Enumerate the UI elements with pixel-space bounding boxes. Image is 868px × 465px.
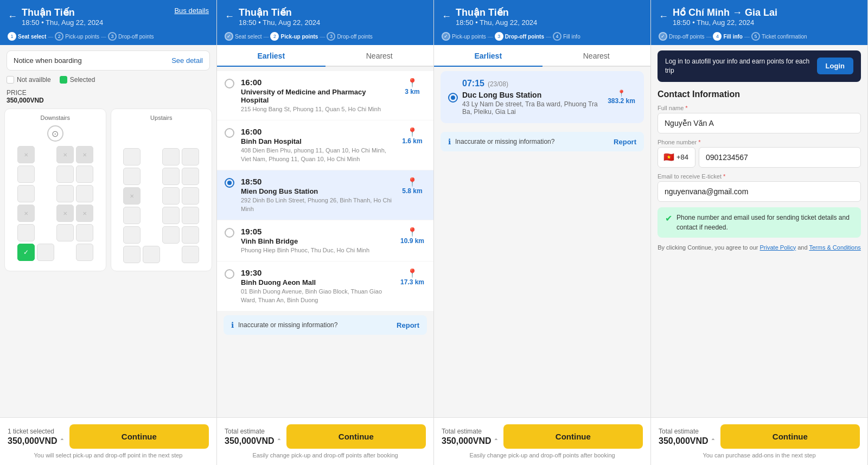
seat-d5[interactable] <box>56 165 74 183</box>
seat-u12[interactable] <box>182 207 199 224</box>
bus-details-link[interactable]: Bus details <box>174 7 209 15</box>
seat-u15[interactable] <box>182 226 199 244</box>
seat-d10[interactable] <box>17 205 35 222</box>
pickup-tabs: Earliest Nearest <box>217 45 433 67</box>
seat-u11[interactable] <box>162 207 180 224</box>
info-icon-3: ℹ <box>448 137 451 146</box>
panel3-hint: Easily change pick-up and drop-off point… <box>442 452 643 458</box>
tab-nearest-3[interactable]: Nearest <box>542 45 651 67</box>
seat-u8[interactable] <box>162 187 180 205</box>
info-icon-2: ℹ <box>231 321 234 329</box>
pickup-item-1[interactable]: 16:00 Binh Dan Hospital 408 Dien Bien Ph… <box>217 120 433 170</box>
panel1-title: Thuận Tiến <box>22 7 103 18</box>
seat-u14[interactable] <box>162 226 180 244</box>
pickup-name-2: Mien Dong Bus Station <box>241 187 392 195</box>
login-button[interactable]: Login <box>817 58 853 74</box>
steps-2: ✓Seat select — 2Pick-up points — 3Drop-o… <box>225 29 426 45</box>
seat-u1[interactable] <box>123 148 141 165</box>
panel2-hint: Easily change pick-up and drop-off point… <box>225 452 426 458</box>
dropoff-radio[interactable] <box>448 93 458 103</box>
seat-row-2 <box>9 165 101 183</box>
seat-d16-selected[interactable] <box>17 244 35 261</box>
seat-d18[interactable] <box>76 244 93 261</box>
back-button-3[interactable]: ← <box>442 11 451 22</box>
pickup-item-3[interactable]: 19:05 Vinh Binh Bridge Phuong Hiep Binh … <box>217 220 433 261</box>
report-link-2[interactable]: Report <box>397 321 419 329</box>
seat-d17[interactable] <box>37 244 54 261</box>
seat-u9[interactable] <box>182 187 199 205</box>
seat-d9[interactable] <box>76 185 93 202</box>
step2-2-label: Pick-up points <box>280 34 318 40</box>
tab-nearest-2[interactable]: Nearest <box>326 45 434 67</box>
seat-u6[interactable] <box>182 168 199 185</box>
email-label: Email to receive E-ticket * <box>658 173 861 180</box>
radio-3[interactable] <box>225 228 234 238</box>
panel2-total-label: Total estimate <box>225 428 281 435</box>
panel1-price: 350,000VND ⌃ <box>8 436 64 446</box>
price-section: PRICE 350,000VND <box>7 89 210 104</box>
step2-1-label: Seat select <box>235 34 261 40</box>
panel3-continue-button[interactable]: Continue <box>503 424 643 449</box>
seat-d13[interactable] <box>17 224 35 241</box>
steps-3: ✓Pick-up points — 3Drop-off points — 4Fi… <box>442 29 643 45</box>
radio-4[interactable] <box>225 269 234 279</box>
pickup-info-0: 16:00 University of Medicine and Pharmac… <box>241 78 392 113</box>
see-detail-link[interactable]: See detail <box>171 56 203 65</box>
fullname-input[interactable] <box>658 113 861 133</box>
tab-earliest-2[interactable]: Earliest <box>217 45 326 67</box>
back-button-4[interactable]: ← <box>659 11 668 22</box>
step1-label: Seat select <box>18 34 46 40</box>
report-link-3[interactable]: Report <box>614 138 636 146</box>
seat-d8[interactable] <box>56 185 74 202</box>
pickup-item-0[interactable]: 16:00 University of Medicine and Pharmac… <box>217 71 433 120</box>
terms-conditions-link[interactable]: Terms & Conditions <box>809 244 860 251</box>
u-row-4 <box>116 207 208 224</box>
panel2-header: ← Thuận Tiến 18:50 • Thu, Aug 22, 2024 ✓… <box>217 0 433 45</box>
chevron-up-icon: ⌃ <box>60 438 64 444</box>
seat-u5[interactable] <box>162 168 180 185</box>
seat-u17[interactable] <box>143 246 160 263</box>
seat-d3[interactable] <box>76 146 93 163</box>
seat-u10[interactable] <box>123 207 141 224</box>
panel4-continue-button[interactable]: Continue <box>720 424 860 449</box>
seat-u2[interactable] <box>162 148 180 165</box>
phone-input[interactable] <box>699 147 861 168</box>
phone-row: 🇻🇳 +84 <box>658 147 861 168</box>
seat-d1[interactable] <box>17 146 35 163</box>
seat-d2[interactable] <box>56 146 74 163</box>
panel-pickup: ← Thuận Tiến 18:50 • Thu, Aug 22, 2024 ✓… <box>217 0 434 465</box>
seat-u7[interactable] <box>123 187 141 205</box>
seat-d11[interactable] <box>56 205 74 222</box>
back-button-2[interactable]: ← <box>225 11 234 22</box>
pickup-item-2[interactable]: 18:50 Mien Dong Bus Station 292 Dinh Bo … <box>217 170 433 220</box>
seat-u13[interactable] <box>123 226 141 244</box>
notice-bar: Notice when boarding See detail <box>7 50 210 71</box>
seat-row-6 <box>9 244 101 261</box>
panel1-continue-button[interactable]: Continue <box>69 424 209 449</box>
u-row-6 <box>116 246 208 263</box>
seat-u18[interactable] <box>182 246 199 263</box>
seat-row-1 <box>9 146 101 163</box>
seat-u4[interactable] <box>123 168 141 185</box>
panel2-continue-button[interactable]: Continue <box>286 424 426 449</box>
phone-prefix-selector[interactable]: 🇻🇳 +84 <box>658 147 695 168</box>
radio-0[interactable] <box>225 79 234 88</box>
dropoff-selected-item[interactable]: 07:15 (23/08) Duc Long Bus Station 43 Ly… <box>441 71 644 123</box>
radio-1[interactable] <box>225 128 234 138</box>
seat-d15[interactable] <box>76 224 93 241</box>
seat-d7[interactable] <box>17 185 35 202</box>
email-input[interactable] <box>658 181 861 202</box>
seat-d14[interactable] <box>56 224 74 241</box>
step3-label: Drop-off points <box>118 34 154 40</box>
tab-earliest-3[interactable]: Earliest <box>434 45 542 67</box>
privacy-policy-link[interactable]: Private Policy <box>760 244 796 251</box>
seat-d6[interactable] <box>76 165 93 183</box>
seat-d12[interactable] <box>76 205 93 222</box>
radio-2[interactable] <box>225 178 234 188</box>
seat-u16[interactable] <box>123 246 141 263</box>
seat-u3[interactable] <box>182 148 199 165</box>
seat-d4[interactable] <box>17 165 35 183</box>
u-row-1 <box>116 148 208 165</box>
back-button-1[interactable]: ← <box>8 11 17 22</box>
pickup-item-4[interactable]: 19:30 Binh Duong Aeon Mall 01 Binh Duong… <box>217 262 433 311</box>
